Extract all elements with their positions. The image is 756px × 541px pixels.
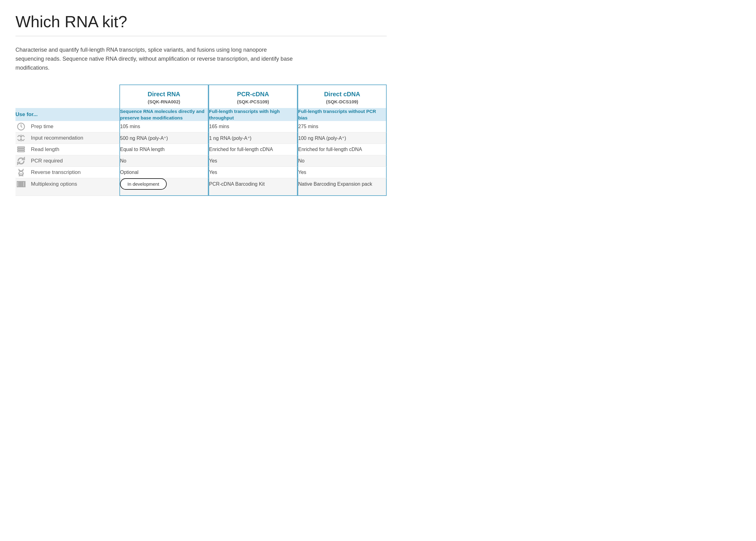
label-reverse-transcription: Reverse transcription bbox=[15, 167, 120, 178]
row-label-text: PCR required bbox=[31, 158, 63, 164]
svg-rect-12 bbox=[25, 182, 25, 187]
row-read-length: Read lengthEqual to RNA lengthEnriched f… bbox=[15, 144, 387, 155]
svg-rect-7 bbox=[17, 182, 19, 187]
header-row: Direct RNA(SQK-RNA002)PCR-cDNA(SQK-PCS10… bbox=[15, 85, 387, 108]
cell-read-length-direct-cdna: Enriched for full-length cDNA bbox=[298, 144, 387, 155]
svg-rect-4 bbox=[18, 151, 25, 152]
row-label-text: Input recommendation bbox=[31, 135, 83, 141]
cell-read-length-pcr-cdna: Enriched for full-length cDNA bbox=[208, 144, 298, 155]
page-title: Which RNA kit? bbox=[15, 12, 387, 31]
use-for-row: Use for... Sequence RNA molecules direct… bbox=[15, 108, 387, 121]
dna-icon bbox=[15, 167, 27, 178]
col-header-pcr-cdna: PCR-cDNA(SQK-PCS109) bbox=[208, 85, 298, 108]
cell-prep-time-direct-cdna: 275 mins bbox=[298, 121, 387, 133]
svg-rect-10 bbox=[22, 182, 22, 187]
svg-rect-9 bbox=[20, 182, 21, 187]
kit-name-direct-rna: Direct RNA bbox=[123, 91, 205, 98]
label-pcr-required: PCR required bbox=[15, 155, 120, 167]
cell-reverse-transcription-pcr-cdna: Yes bbox=[208, 167, 298, 178]
comparison-table: Direct RNA(SQK-RNA002)PCR-cDNA(SQK-PCS10… bbox=[15, 85, 387, 196]
page-description: Characterise and quantify full-length RN… bbox=[15, 46, 294, 72]
cell-read-length-direct-rna: Equal to RNA length bbox=[120, 144, 208, 155]
cell-prep-time-direct-rna: 105 mins bbox=[120, 121, 208, 133]
label-read-length: Read length bbox=[15, 144, 120, 155]
col-header-direct-cdna: Direct cDNA(SQK-DCS109) bbox=[298, 85, 387, 108]
in-development-badge: In development bbox=[120, 178, 167, 190]
cell-pcr-required-direct-cdna: No bbox=[298, 155, 387, 167]
row-label-text: Read length bbox=[31, 146, 59, 153]
row-input-recommendation: Input recommendation500 ng RNA (poly-A⁺)… bbox=[15, 133, 387, 144]
use-for-label: Use for... bbox=[15, 108, 120, 121]
cell-reverse-transcription-direct-rna: Optional bbox=[120, 167, 208, 178]
cycle-icon bbox=[15, 155, 27, 167]
cell-input-recommendation-direct-cdna: 100 ng RNA (poly-A⁺) bbox=[298, 133, 387, 144]
cell-input-recommendation-direct-rna: 500 ng RNA (poly-A⁺) bbox=[120, 133, 208, 144]
empty-header bbox=[15, 85, 120, 108]
use-for-pcr-cdna: Full-length transcripts with high throug… bbox=[208, 108, 298, 121]
use-for-direct-cdna: Full-length transcripts without PCR bias bbox=[298, 108, 387, 121]
row-multiplexing-options: Multiplexing optionsIn developmentPCR-cD… bbox=[15, 178, 387, 196]
label-input-recommendation: Input recommendation bbox=[15, 133, 120, 144]
cell-multiplexing-options-direct-rna: In development bbox=[120, 178, 208, 196]
svg-rect-11 bbox=[23, 182, 24, 187]
col-header-direct-rna: Direct RNA(SQK-RNA002) bbox=[120, 85, 208, 108]
kit-code-direct-rna: (SQK-RNA002) bbox=[123, 99, 205, 104]
row-reverse-transcription: Reverse transcriptionOptionalYesYes bbox=[15, 167, 387, 178]
row-pcr-required: PCR requiredNoYesNo bbox=[15, 155, 387, 167]
svg-rect-2 bbox=[18, 147, 25, 148]
row-label-text: Reverse transcription bbox=[31, 169, 81, 176]
cell-pcr-required-direct-rna: No bbox=[120, 155, 208, 167]
kit-code-direct-cdna: (SQK-DCS109) bbox=[301, 99, 383, 104]
clock-icon bbox=[15, 121, 27, 132]
cell-pcr-required-pcr-cdna: Yes bbox=[208, 155, 298, 167]
svg-rect-8 bbox=[19, 182, 20, 187]
cell-multiplexing-options-direct-cdna: Native Barcoding Expansion pack bbox=[298, 178, 387, 196]
cell-prep-time-pcr-cdna: 165 mins bbox=[208, 121, 298, 133]
row-label-text: Multiplexing options bbox=[31, 181, 77, 187]
use-for-direct-rna: Sequence RNA molecules directly and pres… bbox=[120, 108, 208, 121]
row-label-text: Prep time bbox=[31, 124, 54, 130]
kit-code-pcr-cdna: (SQK-PCS109) bbox=[212, 99, 294, 104]
row-prep-time: Prep time105 mins165 mins275 mins bbox=[15, 121, 387, 133]
barcode-icon bbox=[15, 179, 27, 190]
label-multiplexing-options: Multiplexing options bbox=[15, 178, 120, 196]
layers-icon bbox=[15, 144, 27, 155]
cell-reverse-transcription-direct-cdna: Yes bbox=[298, 167, 387, 178]
cell-multiplexing-options-pcr-cdna: PCR-cDNA Barcoding Kit bbox=[208, 178, 298, 196]
divider bbox=[15, 36, 387, 36]
label-prep-time: Prep time bbox=[15, 121, 120, 133]
kit-name-direct-cdna: Direct cDNA bbox=[301, 91, 383, 98]
svg-rect-3 bbox=[18, 149, 25, 150]
scale-icon bbox=[15, 133, 27, 144]
kit-name-pcr-cdna: PCR-cDNA bbox=[212, 91, 294, 98]
cell-input-recommendation-pcr-cdna: 1 ng RNA (poly-A⁺) bbox=[208, 133, 298, 144]
